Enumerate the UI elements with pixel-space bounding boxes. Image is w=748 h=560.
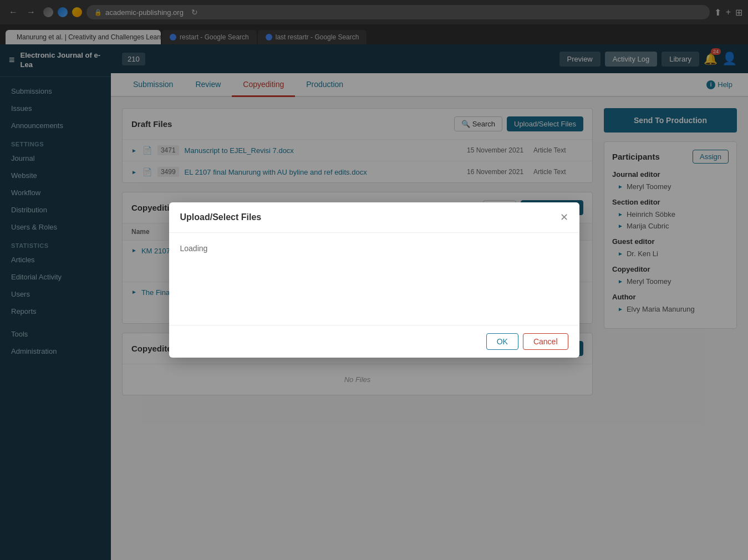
modal-title: Upload/Select Files <box>180 212 262 222</box>
modal-overlay: Upload/Select Files ✕ Loading OK Cancel <box>0 0 748 560</box>
modal-close-button[interactable]: ✕ <box>560 211 568 223</box>
modal-body: Loading <box>169 233 579 325</box>
modal-header: Upload/Select Files ✕ <box>169 202 579 233</box>
modal-loading-text: Loading <box>180 244 208 253</box>
modal-footer: OK Cancel <box>169 325 579 358</box>
modal-cancel-button[interactable]: Cancel <box>523 333 568 350</box>
modal-ok-button[interactable]: OK <box>486 333 518 350</box>
upload-modal: Upload/Select Files ✕ Loading OK Cancel <box>169 202 579 358</box>
